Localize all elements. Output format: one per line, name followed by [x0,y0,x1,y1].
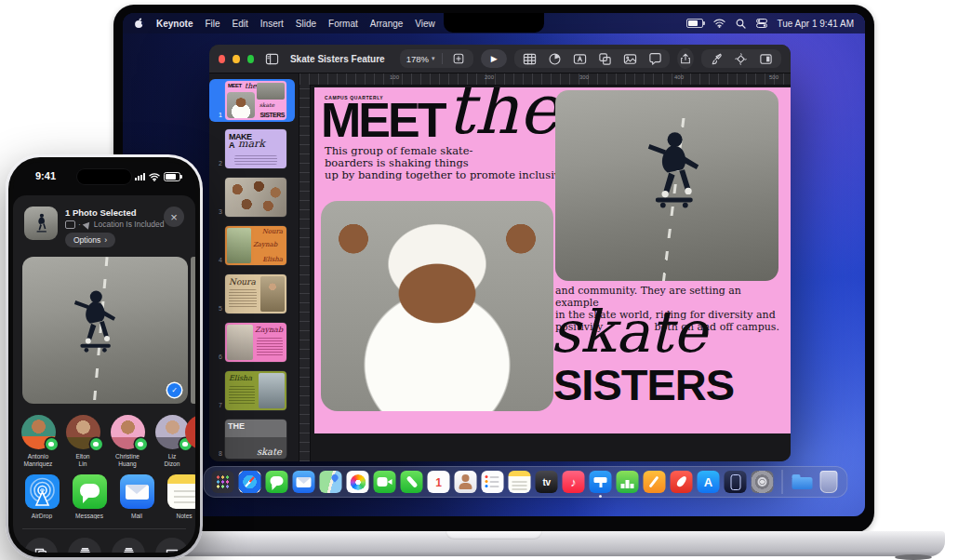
copy-button[interactable] [24,538,58,553]
apple-tv-icon[interactable]: tv [536,471,558,493]
media-icon[interactable] [621,50,638,67]
menu-item-insert[interactable]: Insert [260,19,284,29]
mail-share-button[interactable]: Mail [119,474,154,519]
wifi-icon[interactable] [713,19,725,28]
facetime-icon[interactable] [374,471,396,493]
system-settings-icon[interactable] [752,471,774,493]
close-window-button[interactable] [219,55,225,63]
mail-icon [120,474,154,509]
slide-thumbnail-3[interactable]: 3 [209,176,295,219]
menu-item-format[interactable]: Format [328,19,358,29]
iphone-clock: 9:41 [35,170,56,181]
calendar-icon[interactable]: 1 [428,471,450,493]
messages-share-button[interactable]: Messages [72,474,107,519]
slide-number: 4 [211,256,222,265]
app-store-icon[interactable]: A [698,471,720,493]
dynamic-island [77,169,131,184]
add-to-shared-album-button[interactable] [112,538,145,553]
zoom-window-button[interactable] [247,55,254,63]
comment-icon[interactable] [646,50,663,67]
slide-headline-skate[interactable]: skate [551,303,707,361]
avatar [155,415,190,449]
menu-item-view[interactable]: View [415,19,435,29]
share-icon[interactable] [677,48,694,69]
contacts-icon[interactable] [455,471,477,493]
slide-headline-sisters[interactable]: SISTERS [553,363,734,407]
thumb7-name: Elisha [229,374,252,382]
add-to-album-button[interactable] [68,538,101,553]
contact-antonio[interactable]: AntonioManriquez [19,415,58,468]
airplay-button[interactable] [155,538,189,553]
downloads-folder-icon[interactable] [792,471,814,493]
control-center-icon[interactable] [756,19,767,28]
apple-menu-icon[interactable] [134,18,144,29]
chart-icon[interactable] [546,50,563,67]
text-box-icon[interactable] [571,50,588,67]
music-icon[interactable]: ♪ [563,471,585,493]
slide-thumbnail-2[interactable]: 2 MAKE A mark [209,127,295,170]
mail-icon[interactable] [293,471,315,493]
document-panel-icon[interactable] [758,50,775,67]
launchpad-icon[interactable] [212,471,234,493]
zoom-level[interactable]: 178% [406,54,429,64]
iphone-mirroring-icon[interactable] [725,471,747,493]
pages-icon[interactable] [644,471,666,493]
slide-portrait-photo[interactable] [321,201,553,411]
search-icon[interactable] [736,19,746,29]
shape-icon[interactable] [596,50,613,67]
menu-item-arrange[interactable]: Arrange [370,19,404,29]
menu-bar-clock[interactable]: Tue Apr 1 9:41 AM [778,19,854,29]
contact-elton[interactable]: EltonLin [63,415,102,468]
share-sheet-subtitle: · Location Is Included [65,220,164,229]
battery-icon[interactable] [686,19,703,28]
notes-share-button[interactable]: Notes [166,474,195,519]
table-icon[interactable] [521,50,538,67]
reminders-icon[interactable] [482,471,504,493]
slide-thumbnail-6[interactable]: 6 Zaynab [209,321,295,364]
keynote-dock-icon[interactable] [590,471,612,493]
add-slide-icon[interactable] [450,50,467,67]
iphone-bezel: 9:41 1 Photo Selected [8,157,200,557]
airdrop-button[interactable]: AirDrop [24,474,60,519]
trash-icon[interactable] [820,471,838,493]
slide-thumbnail-5[interactable]: 5 Noura [209,273,295,315]
menu-item-slide[interactable]: Slide [296,19,316,29]
thumb8-skate: skate [257,447,282,457]
phone-icon[interactable] [401,471,423,493]
contact-christine[interactable]: ChristineHuang [108,415,147,468]
ruler-tick: 200 [485,74,494,80]
menu-item-keynote[interactable]: Keynote [156,19,193,29]
slide-thumbnail-8[interactable]: 8 THE skate [209,418,295,460]
slide-skater-photo[interactable] [555,90,778,281]
slide-headline-the[interactable]: the [446,87,559,143]
slide-number: 5 [211,304,222,313]
notes-icon[interactable] [509,471,531,493]
options-button[interactable]: Options › [65,233,115,247]
view-sidebar-icon[interactable] [265,50,279,67]
photos-icon[interactable] [347,471,369,493]
minimize-window-button[interactable] [233,55,239,63]
slide-thumbnail-7[interactable]: 7 Elisha [209,369,295,412]
thumb1-skate: skate [259,101,274,108]
selected-photo[interactable]: ✓ [22,257,188,404]
format-brush-icon[interactable] [708,50,725,67]
slide-1-canvas[interactable]: CAMPUS QUARTERLY MEET the This group of … [314,87,791,433]
zoom-control[interactable]: 178% ▾ [400,49,474,68]
slide-thumbnail-4[interactable]: 4 Noura Zaynab Elisha [209,224,295,267]
slide-thumbnail-1[interactable]: 1 MEET the skate SISTERS [209,79,295,122]
animate-icon[interactable] [733,50,750,67]
safari-icon[interactable] [239,471,261,493]
next-photo-partial[interactable] [191,257,195,404]
calendar-day: 1 [428,471,450,493]
play-button[interactable]: ▶ [481,49,507,68]
menu-item-file[interactable]: File [205,19,220,29]
maps-icon[interactable] [320,471,342,493]
close-button[interactable]: × [164,207,184,227]
numbers-icon[interactable] [617,471,639,493]
contact-liz[interactable]: LizDizon [153,415,192,468]
messages-icon[interactable] [266,471,288,493]
rocket-app-icon[interactable] [671,471,693,493]
slide-headline-meet[interactable]: MEET [321,96,444,144]
menu-item-edit[interactable]: Edit [233,19,248,29]
insert-toolbar-group [514,49,670,68]
